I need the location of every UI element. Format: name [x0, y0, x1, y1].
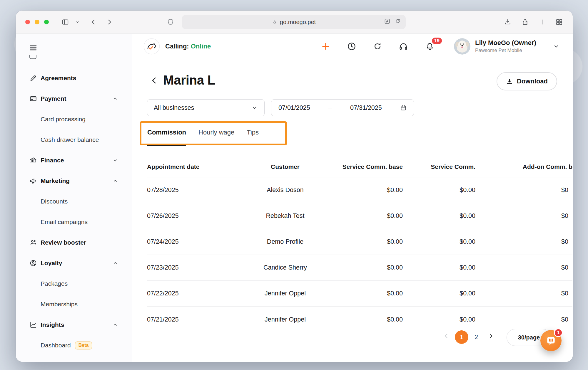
sidebar-item-label: Review booster — [41, 239, 86, 246]
table-row: 07/24/2025 Demo Profile $0.00 $0.00 $0 — [147, 229, 572, 255]
notification-badge: 19 — [431, 37, 443, 45]
beta-badge: Beta — [75, 342, 92, 349]
sync-icon[interactable] — [372, 41, 383, 52]
privacy-shield-icon[interactable] — [167, 18, 174, 26]
back-chevron-icon[interactable] — [149, 76, 159, 88]
chevron-down-icon[interactable] — [75, 20, 80, 24]
close-window-button[interactable] — [25, 20, 30, 24]
service-comm-cell: $0.00 — [403, 264, 475, 271]
tab-tips[interactable]: Tips — [247, 129, 259, 146]
sidebar-item-finance[interactable]: Finance — [16, 150, 132, 171]
sidebar-item-label: Agreements — [41, 75, 76, 82]
date-start-value: 07/01/2025 — [278, 104, 310, 112]
forward-icon[interactable] — [106, 18, 113, 26]
chevron-up-icon — [112, 95, 118, 102]
business-filter-select[interactable]: All businesses — [147, 99, 265, 116]
appointment-date-cell: 07/28/2025 — [147, 186, 235, 194]
sidebar-item-marketing[interactable]: Marketing — [16, 171, 132, 191]
chat-launcher-button[interactable]: 1 — [540, 330, 562, 351]
sidebar-item-label: Packages — [41, 280, 68, 287]
chevron-down-icon — [251, 105, 258, 111]
calling-label: Calling: — [165, 43, 189, 50]
address-bar[interactable]: go.moego.pet — [182, 15, 406, 29]
pagination-page-2[interactable]: 2 — [473, 332, 480, 342]
business-filter-value: All businesses — [154, 104, 194, 112]
pagination-next-icon[interactable] — [487, 332, 495, 342]
sidebar-item-label: Discounts — [41, 198, 68, 205]
addon-comm-cell: $0 — [475, 290, 572, 297]
tab-hourly-wage[interactable]: Hourly wage — [198, 129, 234, 146]
sidebar-item-label: Card processing — [41, 116, 86, 123]
date-range-picker[interactable]: 07/01/2025 – 07/31/2025 — [271, 99, 414, 116]
download-button[interactable]: Download — [497, 72, 557, 90]
commission-table: Appointment date Customer Service Comm. … — [147, 156, 572, 332]
column-header: Add-on Comm. b — [475, 163, 572, 170]
addon-comm-cell: $0 — [475, 264, 572, 271]
service-comm-base-cell: $0.00 — [335, 186, 403, 194]
sidebar-item-discounts[interactable]: Discounts — [16, 191, 132, 212]
sidebar-item-loyalty[interactable]: Loyalty — [16, 253, 132, 273]
chat-unread-badge: 1 — [554, 328, 563, 337]
sidebar-item-memberships[interactable]: Memberships — [16, 294, 132, 314]
customer-cell: Candice Sherry — [235, 264, 335, 271]
cutoff-nav-icon — [29, 55, 36, 59]
user-menu[interactable]: Lily MoeGo (Owner) Pawsome Pet Mobile — [475, 39, 536, 53]
headset-icon[interactable] — [398, 41, 409, 52]
new-tab-icon[interactable] — [538, 18, 546, 26]
service-comm-base-cell: $0.00 — [335, 264, 403, 271]
sidebar-nav: Agreements Payment Card processing Cash … — [16, 68, 132, 356]
review-sparkle-icon — [29, 239, 37, 246]
url-text: go.moego.pet — [280, 19, 316, 26]
share-icon[interactable] — [521, 18, 529, 26]
addon-comm-cell: $0 — [475, 238, 572, 245]
calling-online-value: Online — [191, 43, 211, 50]
add-icon[interactable] — [320, 41, 331, 52]
appointment-date-cell: 07/22/2025 — [147, 290, 235, 297]
sidebar-item-agreements[interactable]: Agreements — [16, 68, 132, 88]
sidebar-item-insights[interactable]: Insights — [16, 314, 132, 335]
sidebar-item-label: Dashboard — [41, 342, 71, 349]
service-comm-cell: $0.00 — [403, 290, 475, 297]
download-icon — [506, 78, 513, 85]
sidebar-toggle-icon[interactable] — [61, 18, 69, 26]
back-icon[interactable] — [90, 18, 97, 26]
chevron-down-icon[interactable] — [553, 43, 560, 50]
avatar[interactable] — [454, 38, 470, 55]
customer-cell: Demo Profile — [235, 238, 335, 245]
table-header-row: Appointment date Customer Service Comm. … — [147, 156, 572, 177]
service-comm-cell: $0.00 — [403, 238, 475, 245]
sidebar-item-label: Email campaigns — [41, 218, 88, 226]
minimize-window-button[interactable] — [35, 20, 39, 24]
tab-overview-icon[interactable] — [555, 18, 563, 26]
sidebar-item-card-processing[interactable]: Card processing — [16, 109, 132, 130]
clock-icon[interactable] — [346, 41, 357, 52]
service-comm-base-cell: $0.00 — [335, 290, 403, 297]
appointment-date-cell: 07/26/2025 — [147, 212, 235, 220]
downloads-icon[interactable] — [504, 18, 512, 26]
lock-icon — [272, 19, 277, 25]
sidebar-item-dashboard[interactable]: Dashboard Beta — [16, 335, 132, 356]
sidebar-item-label: Loyalty — [41, 260, 62, 267]
zoom-window-button[interactable] — [44, 20, 49, 24]
table-row: 07/23/2025 Candice Sherry $0.00 $0.00 $0 — [147, 255, 572, 281]
sidebar-item-review-booster[interactable]: Review booster — [16, 232, 132, 253]
menu-icon[interactable] — [29, 43, 38, 52]
reload-icon[interactable] — [395, 18, 401, 26]
appointment-date-cell: 07/23/2025 — [147, 264, 235, 271]
sidebar-item-payment[interactable]: Payment — [16, 88, 132, 109]
service-comm-cell: $0.00 — [403, 186, 475, 194]
pagination-page-1[interactable]: 1 — [455, 330, 468, 344]
service-comm-base-cell: $0.00 — [335, 316, 403, 323]
sidebar-item-email-campaigns[interactable]: Email campaigns — [16, 212, 132, 232]
calendar-icon — [400, 105, 407, 111]
pagination-prev-icon[interactable] — [443, 332, 450, 342]
translate-icon[interactable] — [384, 18, 390, 26]
sidebar-item-cash-drawer-balance[interactable]: Cash drawer balance — [16, 130, 132, 150]
tab-commission[interactable]: Commission — [147, 129, 186, 146]
sidebar-item-packages[interactable]: Packages — [16, 273, 132, 294]
date-separator: – — [328, 104, 332, 112]
loyalty-member-icon — [29, 259, 37, 267]
app-header: Calling:Online 19 — [132, 34, 573, 59]
table-row: 07/22/2025 Jennifer Oppel $0.00 $0.00 $0 — [147, 281, 572, 307]
sidebar-item-label: Payment — [41, 95, 66, 102]
